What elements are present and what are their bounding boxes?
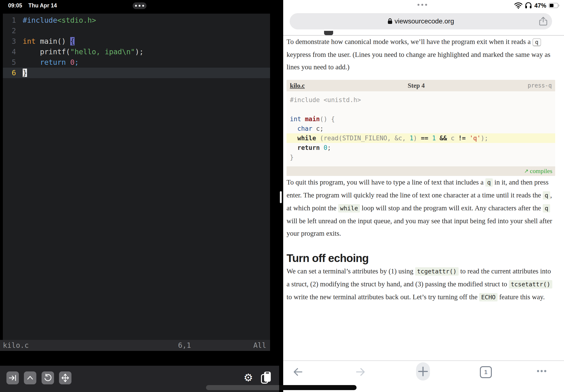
code-block-footer: ↗ compiles	[287, 166, 555, 176]
statusbar-right: 47%	[514, 2, 560, 9]
vim-editor[interactable]: 1#include<stdio.h>23int main() {4 printf…	[3, 14, 270, 341]
code-line: return 0;	[287, 143, 555, 153]
editor-line: 1#include<stdio.h>	[3, 15, 270, 26]
dot-icon	[537, 370, 539, 372]
inline-code: ECHO	[479, 293, 497, 301]
clock: 09:05	[8, 2, 22, 9]
caret-icon	[26, 374, 34, 382]
more-button[interactable]	[537, 370, 546, 372]
code-line: char c;	[287, 124, 555, 133]
cursor-block: }	[23, 69, 27, 77]
undo-key-button[interactable]	[41, 371, 54, 384]
dot-icon	[142, 5, 144, 7]
inline-code: tcsetattr()	[509, 280, 552, 289]
move-arrows-icon	[61, 373, 70, 382]
forward-button[interactable]	[355, 367, 366, 377]
line-number: 4	[3, 47, 16, 57]
lock-icon	[388, 18, 392, 24]
editor-line: 6}	[3, 68, 270, 78]
code-step-tag: press-q	[528, 80, 552, 92]
dot-icon	[135, 5, 137, 7]
tab-icon	[9, 374, 17, 382]
address-bar-content: viewsourcecode.org	[290, 13, 552, 29]
headphones-icon	[525, 2, 532, 9]
vim-code-lines: 1#include<stdio.h>23int main() {4 printf…	[3, 15, 270, 78]
home-indicator[interactable]	[206, 385, 357, 390]
code-line: }	[287, 153, 555, 162]
code-line	[287, 105, 555, 114]
dot-icon	[417, 4, 419, 6]
dot-icon	[421, 4, 423, 6]
dot-icon	[544, 370, 546, 372]
vim-filename: kilo.c	[3, 340, 29, 351]
inline-code: q	[543, 191, 550, 200]
undo-icon	[43, 374, 52, 382]
wifi-icon	[514, 2, 523, 9]
multitasking-menu-button[interactable]	[417, 4, 427, 6]
safari-pane: 47% viewsourcecode.org To demonstrate ho…	[283, 0, 564, 392]
vim-statusline: kilo.c 6,1 All	[0, 340, 270, 351]
forward-arrow-icon	[357, 369, 364, 375]
move-arrows-key-button[interactable]	[59, 371, 71, 384]
split-view-divider-handle[interactable]	[280, 191, 282, 203]
editor-line: 5 return 0;	[3, 57, 270, 68]
tabs-button[interactable]: 1	[480, 366, 492, 378]
code-file-link[interactable]: kilo.c	[290, 80, 305, 92]
gear-icon: ⚙	[244, 372, 253, 383]
section-heading: Turn off echoing	[287, 252, 555, 265]
paragraph: To demonstrate how canonical mode works,…	[287, 35, 555, 73]
inline-code: tcgetattr()	[415, 267, 459, 276]
battery-percent: 47%	[534, 2, 546, 9]
back-arrow-icon	[294, 369, 302, 375]
line-number: 2	[3, 26, 16, 36]
inline-code: while	[338, 204, 360, 212]
battery-icon	[549, 3, 560, 8]
new-tab-button[interactable]	[416, 362, 430, 380]
code-line: int main() {	[287, 114, 555, 124]
share-icon[interactable]	[538, 16, 548, 26]
dot-icon	[139, 5, 140, 7]
control-key-button[interactable]	[24, 371, 36, 384]
settings-button[interactable]: ⚙	[242, 371, 254, 384]
statusbar-left: 09:05 Thu Apr 14	[8, 2, 57, 9]
date: Thu Apr 14	[28, 2, 57, 9]
compiles-link[interactable]: compiles	[530, 165, 552, 176]
diff-arrow-icon: ↗	[524, 165, 528, 176]
line-number: 6	[3, 68, 16, 78]
back-button[interactable]	[293, 367, 303, 377]
vim-scroll-indicator: All	[253, 340, 266, 351]
code-step-block: kilo.c Step 4 press-q #include <unistd.h…	[287, 80, 555, 176]
editor-line: 3int main() {	[3, 36, 270, 47]
tab-count: 1	[484, 369, 487, 376]
plus-icon	[419, 367, 427, 376]
url-text: viewsourcecode.org	[395, 17, 454, 25]
code-step-label: Step 4	[305, 80, 528, 92]
paragraph: To quit this program, you will have to t…	[287, 176, 555, 239]
terminal-app-pane: 09:05 Thu Apr 14 1#include<stdio.h>23int…	[0, 0, 283, 392]
multitasking-menu-button[interactable]	[133, 2, 147, 9]
scrolled-element-sliver	[324, 31, 333, 35]
editor-line: 2	[3, 26, 270, 36]
editor-line: 4 printf("hello, ipad\n");	[3, 47, 270, 57]
paragraph: We can set a terminal’s attributes by (1…	[287, 265, 555, 304]
code-line: #include <unistd.h>	[287, 95, 555, 105]
code-block-body: #include <unistd.h>int main() { char c; …	[287, 91, 555, 166]
tab-key-button[interactable]	[6, 371, 19, 384]
vim-cursor-position: 6,1	[178, 340, 191, 351]
code-block-header: kilo.c Step 4 press-q	[287, 80, 555, 91]
address-bar[interactable]: viewsourcecode.org	[290, 13, 552, 29]
clipboard-paste-icon	[260, 371, 272, 384]
dot-icon	[541, 370, 543, 372]
line-number: 3	[3, 36, 16, 47]
dot-icon	[425, 4, 427, 6]
paste-button[interactable]	[260, 371, 272, 384]
line-number: 1	[3, 15, 16, 26]
code-line-highlighted: while (read(STDIN_FILENO, &c, 1) == 1 &&…	[287, 133, 555, 143]
kbd-key: q	[533, 38, 541, 46]
inline-code: q	[543, 204, 550, 212]
article-content: To demonstrate how canonical mode works,…	[287, 35, 555, 304]
inline-code: q	[485, 178, 493, 187]
line-number: 5	[3, 57, 16, 68]
